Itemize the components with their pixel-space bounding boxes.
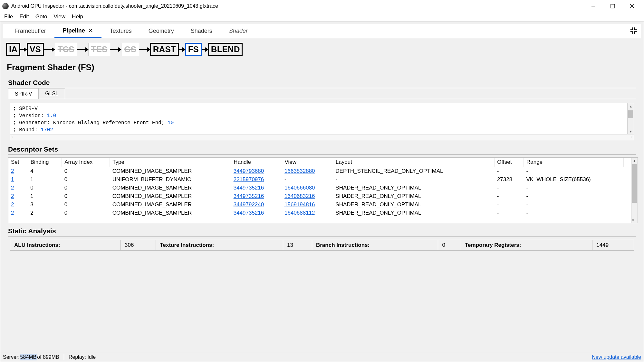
view-link[interactable]: 1640683216: [284, 193, 315, 199]
menu-view[interactable]: View: [51, 12, 69, 21]
menu-edit[interactable]: Edit: [16, 12, 32, 21]
window-close-button[interactable]: [622, 2, 642, 11]
cell-spacer: [623, 200, 631, 209]
scroll-down-icon[interactable]: ▼: [631, 217, 635, 223]
cell-offset: -: [495, 167, 524, 176]
window-minimize-button[interactable]: [584, 2, 603, 11]
stage-rast[interactable]: RAST: [150, 43, 179, 56]
set-link[interactable]: 2: [11, 201, 14, 208]
cell-layout: SHADER_READ_ONLY_OPTIMAL: [333, 184, 494, 192]
col-view[interactable]: View: [282, 158, 333, 167]
col-type[interactable]: Type: [110, 158, 231, 167]
view-link[interactable]: 1569194816: [284, 201, 315, 208]
table-row[interactable]: 200COMBINED_IMAGE_SAMPLER344973521616406…: [8, 184, 631, 192]
scroll-thumb[interactable]: [628, 110, 633, 118]
col-layout[interactable]: Layout: [333, 158, 494, 167]
cell-handle: 3449735216: [231, 192, 282, 200]
table-row[interactable]: 110UNIFORM_BUFFER_DYNAMIC2215970976--273…: [8, 175, 631, 184]
cell-range: VK_WHOLE_SIZE(65536): [524, 175, 623, 184]
branch-label: Branch Instructions:: [312, 240, 438, 251]
scroll-up-icon[interactable]: ▲: [631, 158, 638, 163]
set-link[interactable]: 2: [11, 210, 14, 216]
view-link[interactable]: 1640688112: [284, 210, 315, 216]
collapse-fullscreen-icon[interactable]: [630, 27, 637, 35]
cell-array-index: 0: [62, 209, 110, 217]
cell-handle: 2215970976: [231, 175, 282, 184]
tab-framebuffer[interactable]: Framebuffer: [6, 24, 54, 38]
col-handle[interactable]: Handle: [231, 158, 282, 167]
cell-array-index: 0: [62, 200, 110, 209]
cell-binding: 1: [28, 175, 62, 184]
table-row[interactable]: 210COMBINED_IMAGE_SAMPLER344973521616406…: [8, 192, 631, 200]
tab-geometry[interactable]: Geometry: [140, 24, 182, 38]
cell-array-index: 0: [62, 192, 110, 200]
cell-layout: SHADER_READ_ONLY_OPTIMAL: [333, 192, 494, 200]
menu-goto[interactable]: Goto: [32, 12, 51, 21]
col-set[interactable]: Set: [8, 158, 28, 167]
descriptor-sets-table-wrap: Set Binding Array Index Type Handle View…: [8, 157, 638, 223]
stage-ia[interactable]: IA: [6, 43, 20, 56]
tab-shaders[interactable]: Shaders: [182, 24, 221, 38]
cell-range: -: [524, 167, 623, 176]
window-maximize-button[interactable]: [603, 2, 622, 11]
status-update-link[interactable]: New update available: [592, 354, 641, 360]
descriptor-sets-heading: Descriptor Sets: [3, 142, 641, 154]
cell-layout: SHADER_READ_ONLY_OPTIMAL: [333, 209, 494, 217]
cell-array-index: 0: [62, 175, 110, 184]
cell-spacer: [623, 167, 631, 176]
cell-layout: DEPTH_STENCIL_READ_ONLY_OPTIMAL: [333, 167, 494, 176]
col-range[interactable]: Range: [524, 158, 623, 167]
cell-offset: -: [495, 200, 524, 209]
set-link[interactable]: 2: [11, 185, 14, 191]
stage-blend[interactable]: BLEND: [208, 43, 243, 56]
tab-pipeline[interactable]: Pipeline ✕: [54, 24, 101, 38]
stage-fs[interactable]: FS: [185, 43, 202, 56]
cell-spacer: [623, 175, 631, 184]
scroll-up-icon[interactable]: ▲: [628, 103, 634, 109]
scroll-down-icon[interactable]: ▼: [628, 128, 634, 134]
scrollbar-horizontal[interactable]: ‹›: [10, 134, 634, 140]
shader-code-heading: Shader Code: [3, 75, 641, 88]
content-area: Framebuffer Pipeline ✕ Textures Geometry…: [0, 22, 644, 352]
code-tab-spirv[interactable]: SPIR-V: [8, 88, 39, 99]
handle-link[interactable]: 3449735216: [234, 193, 264, 199]
panel-tabs: Framebuffer Pipeline ✕ Textures Geometry…: [3, 24, 641, 38]
menu-file[interactable]: File: [1, 12, 16, 21]
set-link[interactable]: 2: [11, 168, 14, 174]
close-icon[interactable]: ✕: [88, 27, 93, 34]
shader-code-view[interactable]: ; SPIR-V ; Version: 1.0 ; Generator: Khr…: [10, 103, 634, 140]
table-row[interactable]: 240COMBINED_IMAGE_SAMPLER344979368016638…: [8, 167, 631, 176]
handle-link[interactable]: 3449793680: [234, 168, 264, 174]
tab-textures[interactable]: Textures: [101, 24, 140, 38]
col-binding[interactable]: Binding: [28, 158, 62, 167]
stage-tes[interactable]: TES: [88, 43, 111, 56]
stage-tcs[interactable]: TCS: [55, 43, 77, 56]
cell-view: 1640688112: [282, 209, 333, 217]
view-link[interactable]: 1663832880: [284, 168, 315, 174]
table-row[interactable]: 220COMBINED_IMAGE_SAMPLER344973521616406…: [8, 209, 631, 217]
view-link[interactable]: 1640666080: [284, 185, 315, 191]
col-offset[interactable]: Offset: [495, 158, 524, 167]
cell-set: 2: [8, 184, 28, 192]
menu-help[interactable]: Help: [69, 12, 86, 21]
handle-link[interactable]: 2215970976: [234, 176, 264, 182]
static-analysis-table: ALU Instructions: 306 Texture Instructio…: [10, 240, 634, 251]
tab-shader[interactable]: Shader: [221, 24, 256, 38]
code-tab-glsl[interactable]: GLSL: [38, 88, 65, 99]
set-link[interactable]: 2: [11, 193, 14, 199]
cell-offset: 27328: [495, 175, 524, 184]
stage-gs[interactable]: GS: [121, 43, 139, 56]
handle-link[interactable]: 3449735216: [234, 210, 264, 216]
scroll-thumb[interactable]: [632, 164, 637, 203]
handle-link[interactable]: 3449792240: [234, 201, 264, 208]
set-link[interactable]: 1: [11, 176, 14, 182]
col-array-index[interactable]: Array Index: [62, 158, 110, 167]
temp-reg-label: Temporary Registers:: [461, 240, 592, 251]
scrollbar-vertical[interactable]: ▲ ▼: [631, 158, 638, 223]
table-row[interactable]: 230COMBINED_IMAGE_SAMPLER344979224015691…: [8, 200, 631, 209]
alu-label: ALU Instructions:: [10, 240, 121, 251]
scrollbar-vertical[interactable]: ▲ ▼: [627, 103, 634, 134]
arrow-icon: [139, 49, 150, 50]
handle-link[interactable]: 3449735216: [234, 185, 264, 191]
stage-vs[interactable]: VS: [27, 43, 44, 56]
